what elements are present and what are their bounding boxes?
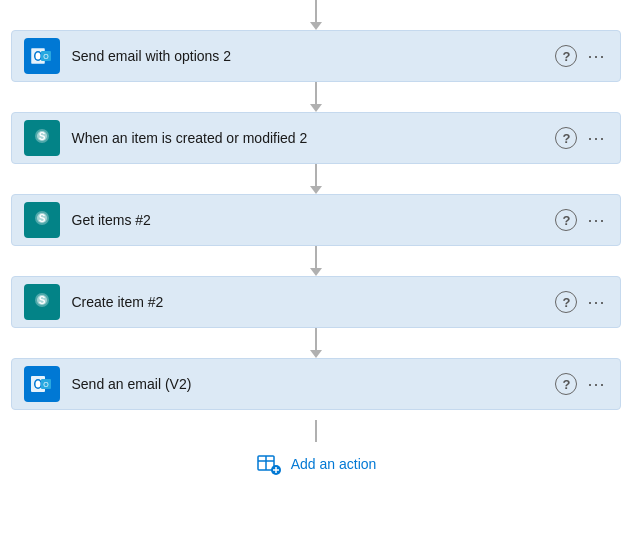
card-5-more-button[interactable]: ··· [585, 375, 607, 393]
action-card-5: O Send an email (V2) ? ··· [11, 358, 621, 410]
add-action-container: Add an action [239, 420, 393, 486]
card-4-actions: ? ··· [555, 291, 607, 313]
card-1-help-button[interactable]: ? [555, 45, 577, 67]
card-5-label: Send an email (V2) [72, 376, 556, 392]
svg-text:S: S [38, 295, 45, 306]
card-1-actions: ? ··· [555, 45, 607, 67]
card-2-icon: S [24, 120, 60, 156]
card-4-help-button[interactable]: ? [555, 291, 577, 313]
card-3-label: Get items #2 [72, 212, 556, 228]
card-3-icon: S [24, 202, 60, 238]
arrow-line [315, 164, 317, 186]
svg-point-17 [35, 381, 40, 388]
card-4-label: Create item #2 [72, 294, 556, 310]
arrow-head [310, 350, 322, 358]
add-action-icon [255, 450, 283, 478]
arrow-3 [310, 164, 322, 194]
card-1-label: Send email with options 2 [72, 48, 556, 64]
card-5-actions: ? ··· [555, 373, 607, 395]
svg-point-3 [35, 53, 40, 60]
arrow-head [310, 104, 322, 112]
flow-container: O Send email with options 2 ? ··· S When… [0, 0, 631, 486]
card-2-help-button[interactable]: ? [555, 127, 577, 149]
card-2-actions: ? ··· [555, 127, 607, 149]
arrow-line [315, 328, 317, 350]
add-action-label: Add an action [291, 456, 377, 472]
arrow-line [315, 420, 317, 442]
arrow-6 [315, 420, 317, 442]
arrow-head [310, 186, 322, 194]
card-3-actions: ? ··· [555, 209, 607, 231]
card-2-label: When an item is created or modified 2 [72, 130, 556, 146]
svg-text:O: O [43, 53, 49, 60]
card-3-more-button[interactable]: ··· [585, 211, 607, 229]
action-card-1: O Send email with options 2 ? ··· [11, 30, 621, 82]
add-action-button[interactable]: Add an action [239, 442, 393, 486]
card-3-help-button[interactable]: ? [555, 209, 577, 231]
card-1-icon: O [24, 38, 60, 74]
arrow-line [315, 0, 317, 22]
card-5-help-button[interactable]: ? [555, 373, 577, 395]
arrow-line [315, 246, 317, 268]
arrow-4 [310, 246, 322, 276]
card-1-more-button[interactable]: ··· [585, 47, 607, 65]
action-card-3: S Get items #2 ? ··· [11, 194, 621, 246]
svg-text:O: O [43, 381, 49, 388]
arrow-5 [310, 328, 322, 358]
svg-text:S: S [38, 213, 45, 224]
arrow-2 [310, 82, 322, 112]
card-5-icon: O [24, 366, 60, 402]
card-4-icon: S [24, 284, 60, 320]
arrow-head [310, 22, 322, 30]
action-card-2: S When an item is created or modified 2 … [11, 112, 621, 164]
action-card-4: S Create item #2 ? ··· [11, 276, 621, 328]
arrow-line [315, 82, 317, 104]
svg-text:S: S [38, 131, 45, 142]
card-4-more-button[interactable]: ··· [585, 293, 607, 311]
arrow-head [310, 268, 322, 276]
initial-arrow [310, 0, 322, 30]
card-2-more-button[interactable]: ··· [585, 129, 607, 147]
